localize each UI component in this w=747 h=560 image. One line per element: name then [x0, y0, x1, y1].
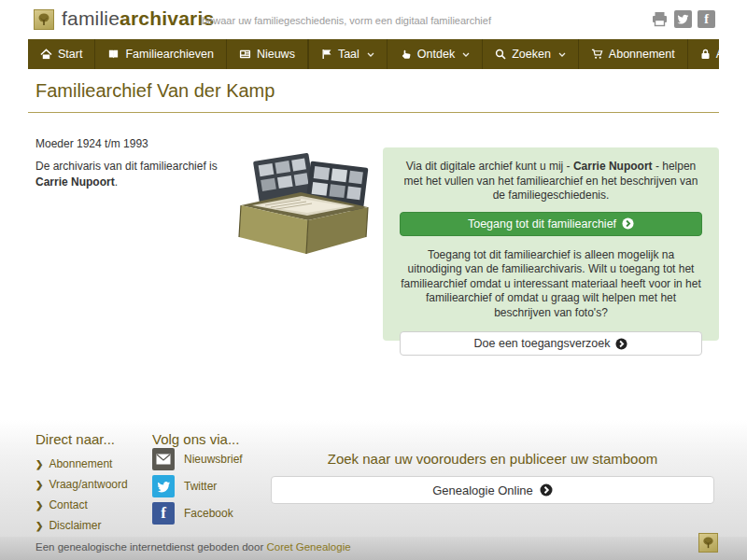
- archive-box-photo: [233, 147, 379, 261]
- flag-icon: [321, 49, 332, 60]
- genealogie-online-label: Genealogie Online: [432, 483, 533, 497]
- credit-text: Een genealogische internetdienst geboden…: [35, 541, 351, 553]
- footer: Direct naar... ❯Abonnement ❯Vraag/antwoo…: [0, 420, 747, 537]
- nav-label: Nieuws: [257, 48, 295, 61]
- nav-label: Aanmelden: [716, 48, 747, 61]
- nav-left-group: Start Familiearchieven Nieuws: [28, 39, 308, 69]
- panel-intro-name: Carrie Nupoort: [573, 160, 653, 173]
- page: familiearchivaris bewaar uw familiegesch…: [0, 0, 747, 560]
- archivist-name: Carrie Nupoort: [35, 175, 115, 189]
- nav-label: Familiearchieven: [125, 48, 213, 61]
- arrow-circle-icon: [615, 338, 627, 350]
- access-button[interactable]: Toegang tot dit familiearchief: [400, 212, 702, 236]
- nav-item-abonnement[interactable]: Abonnement: [578, 39, 687, 69]
- follow-link-twitter[interactable]: Twitter: [152, 475, 243, 497]
- chevron-right-icon: ❯: [35, 480, 43, 490]
- nav-item-start[interactable]: Start: [28, 39, 95, 69]
- book-icon: [107, 49, 120, 60]
- follow-link-label: Facebook: [184, 507, 233, 520]
- nav-label: Ontdek: [417, 48, 455, 61]
- printer-icon[interactable]: [651, 10, 669, 28]
- coret-genealogie-link[interactable]: Coret Genealogie: [266, 541, 350, 553]
- archivist-text-before: De archivaris van dit familiearchief is: [35, 160, 218, 173]
- footer-link-disclaimer[interactable]: ❯Disclaimer: [35, 515, 128, 536]
- arrow-circle-icon: [540, 483, 553, 497]
- credit-text-before: Een genealogische internetdienst geboden…: [35, 541, 266, 553]
- request-access-button[interactable]: Doe een toegangsverzoek: [400, 331, 702, 356]
- access-button-label: Toegang tot dit familiearchief: [468, 217, 616, 231]
- nav-item-aanmelden[interactable]: Aanmelden: [687, 39, 747, 69]
- site-header: familiearchivaris bewaar uw familiegesch…: [0, 0, 747, 39]
- panel-request-text: Toegang tot dit familiearchief is alleen…: [400, 248, 702, 321]
- chevron-right-icon: ❯: [35, 500, 43, 511]
- arrow-circle-icon: [622, 217, 634, 230]
- brand-suffix: archivaris: [120, 7, 214, 29]
- follow-links: Nieuwsbrief Twitter f Facebook: [152, 448, 243, 529]
- lock-icon: [700, 49, 711, 60]
- follow-link-label: Twitter: [184, 480, 217, 493]
- site-tagline: bewaar uw familiegeschiedenis, vorm een …: [202, 15, 491, 26]
- footer-logo[interactable]: [698, 533, 718, 553]
- footer-link-contact[interactable]: ❯Contact: [35, 495, 128, 515]
- direct-links: ❯Abonnement ❯Vraag/antwoord ❯Contact ❯Di…: [35, 454, 128, 536]
- follow-link-label: Nieuwsbrief: [184, 453, 243, 466]
- footer-link-abonnement[interactable]: ❯Abonnement: [35, 454, 128, 474]
- facebook-icon: f: [152, 502, 175, 525]
- page-title: Familiearchief Van der Kamp: [35, 80, 275, 102]
- twitter-icon: [152, 475, 175, 497]
- envelope-icon: [152, 448, 175, 470]
- chevron-right-icon: ❯: [35, 521, 43, 531]
- archivist-text: De archivaris van dit familiearchief is …: [35, 159, 233, 190]
- chevron-right-icon: ❯: [35, 459, 43, 469]
- tree-icon: [701, 536, 715, 550]
- main-navigation: Start Familiearchieven Nieuws: [28, 39, 719, 69]
- header-icons: f: [651, 10, 715, 28]
- access-panel: Via dit digitale archief kunt u mij - Ca…: [383, 147, 719, 341]
- nav-item-familiearchieven[interactable]: Familiearchieven: [95, 39, 226, 69]
- newspaper-icon: [239, 49, 251, 60]
- title-divider: [28, 112, 719, 113]
- panel-intro-text: Via dit digitale archief kunt u mij - Ca…: [400, 160, 702, 203]
- nav-label: Start: [58, 48, 82, 61]
- archivist-text-after: .: [115, 175, 118, 189]
- follow-heading: Volg ons via...: [152, 431, 239, 447]
- promo-heading: Zoek naar uw voorouders en publiceer uw …: [271, 451, 714, 467]
- chevron-down-icon: [462, 52, 470, 57]
- home-icon: [40, 49, 52, 60]
- nav-label: Zoeken: [512, 48, 551, 61]
- nav-item-ontdek[interactable]: Ontdek: [387, 39, 482, 69]
- genealogie-online-button[interactable]: Genealogie Online: [271, 476, 714, 504]
- footer-link-label: Disclaimer: [49, 519, 101, 532]
- footer-link-label: Abonnement: [49, 457, 112, 470]
- footer-link-vraag-antwoord[interactable]: ❯Vraag/antwoord: [35, 474, 128, 495]
- twitter-icon[interactable]: [674, 10, 692, 28]
- brand-prefix: familie: [62, 7, 120, 29]
- brand-name[interactable]: familiearchivaris: [62, 7, 214, 30]
- search-icon: [495, 49, 506, 60]
- follow-link-facebook[interactable]: f Facebook: [152, 502, 243, 525]
- tree-icon: [36, 12, 51, 27]
- chevron-down-icon: [558, 52, 566, 57]
- bottom-bar: Een genealogische internetdienst geboden…: [0, 537, 747, 560]
- nav-label: Abonnement: [609, 48, 675, 61]
- chevron-down-icon: [367, 52, 374, 57]
- cart-icon: [591, 49, 603, 60]
- nav-item-nieuws[interactable]: Nieuws: [227, 39, 308, 69]
- site-logo[interactable]: [34, 9, 54, 30]
- nav-label: Taal: [338, 48, 359, 61]
- request-access-button-label: Doe een toegangsverzoek: [474, 337, 611, 350]
- follow-link-nieuwsbrief[interactable]: Nieuwsbrief: [152, 448, 243, 470]
- nav-right-group: Taal Ontdek Zoeken: [308, 39, 747, 69]
- archive-subtitle: Moeder 1924 t/m 1993: [35, 137, 148, 150]
- panel-intro-before: Via dit digitale archief kunt u mij -: [406, 160, 573, 173]
- nav-item-zoeken[interactable]: Zoeken: [482, 39, 578, 69]
- facebook-icon[interactable]: f: [698, 10, 715, 28]
- footer-link-label: Vraag/antwoord: [49, 478, 127, 491]
- footer-link-label: Contact: [49, 498, 87, 511]
- pointer-icon: [400, 49, 412, 60]
- nav-item-taal[interactable]: Taal: [308, 39, 387, 69]
- direct-heading: Direct naar...: [35, 431, 115, 447]
